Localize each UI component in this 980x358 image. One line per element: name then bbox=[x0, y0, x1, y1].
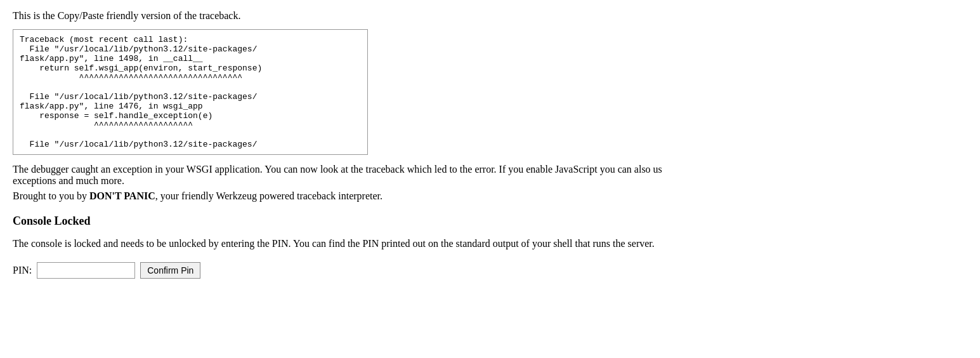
dont-panic: DON'T PANIC bbox=[89, 190, 155, 201]
intro-text: This is the Copy/Paste friendly version … bbox=[13, 10, 967, 22]
description-line1: The debugger caught an exception in your… bbox=[13, 164, 967, 187]
pin-row: PIN: Confirm Pin bbox=[13, 262, 967, 279]
pin-input[interactable] bbox=[37, 262, 135, 279]
console-locked-description: The console is locked and needs to be un… bbox=[13, 238, 967, 249]
pin-label: PIN: bbox=[13, 265, 32, 276]
brought-prefix: Brought to you by bbox=[13, 190, 89, 201]
traceback-content: Traceback (most recent call last): File … bbox=[20, 35, 262, 149]
confirm-pin-button[interactable]: Confirm Pin bbox=[140, 262, 200, 279]
console-locked-heading: Console Locked bbox=[13, 215, 967, 228]
brought-text: Brought to you by DON'T PANIC, your frie… bbox=[13, 190, 967, 202]
traceback-box: Traceback (most recent call last): File … bbox=[13, 29, 368, 155]
brought-suffix: , your friendly Werkzeug powered traceba… bbox=[155, 190, 382, 201]
description-line2: exceptions and much more. bbox=[13, 175, 124, 186]
